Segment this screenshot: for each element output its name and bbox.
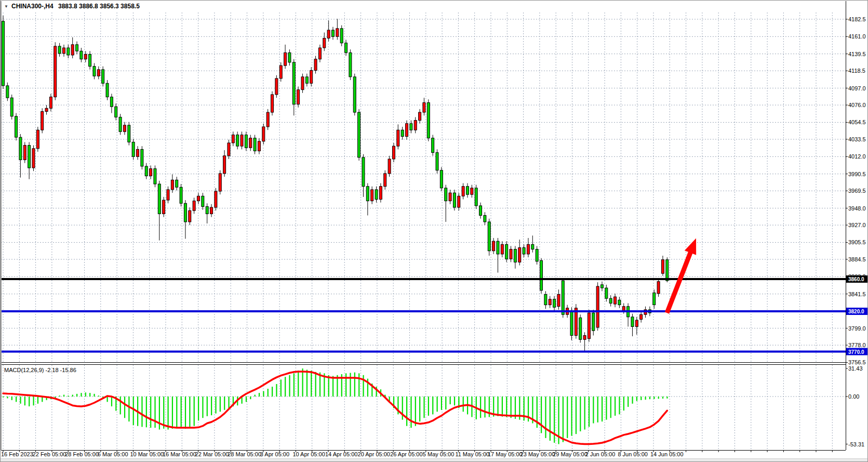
candle-body-bear — [488, 222, 490, 251]
macd-histogram-bar — [181, 397, 182, 428]
macd-histogram-bar — [141, 397, 142, 427]
candle-body-bear — [158, 184, 161, 214]
price-tick-label: 3841.5 — [848, 291, 866, 297]
macd-histogram-bar — [419, 397, 420, 421]
candle-body-bull — [275, 78, 278, 95]
candle — [579, 314, 582, 342]
candle-body-bull — [414, 121, 417, 130]
candle-body-bull — [314, 59, 317, 71]
candle-body-bull — [193, 201, 195, 211]
price-tick-label: 4139.5 — [848, 51, 866, 57]
candle — [505, 241, 508, 262]
candle — [358, 109, 360, 161]
candle-body-bear — [523, 248, 525, 254]
macd-histogram-bar — [220, 397, 221, 412]
macd-histogram-bar — [550, 397, 551, 441]
macd-histogram-bar — [454, 397, 455, 405]
price-tick-label: 4012.0 — [848, 153, 866, 160]
candle-body-bull — [614, 297, 617, 304]
time-tick-label: 29 May 05:00 — [553, 451, 587, 457]
candle-body-bear — [609, 298, 612, 303]
macd-histogram-bar — [59, 395, 60, 397]
price-tick-label: 3884.5 — [848, 256, 866, 262]
price-line-badge: 3770.0 — [846, 348, 867, 355]
macd-histogram-bar — [358, 373, 359, 397]
time-tick-label: 26 Apr 05:00 — [390, 451, 422, 457]
candle-body-bear — [106, 83, 109, 97]
candle — [119, 114, 122, 135]
candle-body-bear — [514, 249, 516, 262]
macd-histogram-bar — [63, 395, 64, 397]
candle-body-bear — [58, 46, 61, 54]
price-line-badge: 3820.0 — [846, 308, 867, 315]
candle — [353, 74, 356, 116]
candle-body-bear — [653, 293, 656, 305]
candle-body-bear — [128, 125, 130, 142]
macd-histogram-bar — [276, 384, 277, 397]
candle-body-bull — [189, 210, 191, 222]
price-tick-label: 4076.0 — [848, 102, 866, 108]
macd-histogram-bar — [85, 392, 86, 397]
candle-body-bear — [206, 206, 208, 214]
macd-histogram-bar — [211, 397, 212, 415]
macd-histogram-bar — [202, 397, 203, 418]
candle — [36, 127, 39, 152]
macd-histogram-bar — [658, 397, 659, 399]
candle-body-bull — [258, 141, 260, 151]
symbol-dropdown-icon[interactable]: ▼ — [4, 4, 8, 9]
candle-body-bull — [223, 156, 226, 174]
trading-chart[interactable]: 4182.54161.04139.54118.54097.04076.04054… — [0, 0, 868, 462]
time-tick-label: 14 Jun 05:00 — [650, 451, 684, 457]
price-tick-label: 3778.0 — [848, 342, 866, 348]
price-line-badge: 3860.0 — [846, 275, 867, 283]
price-tick-label: 4118.5 — [848, 68, 865, 74]
candle-body-bull — [137, 149, 139, 156]
macd-tick-label: 31.43 — [848, 365, 863, 372]
candle-body-bear — [592, 313, 595, 331]
resistance-line[interactable] — [1, 278, 846, 280]
macd-histogram-bar — [298, 371, 299, 397]
candle-body-bull — [318, 48, 321, 59]
candle-body-bull — [518, 248, 521, 262]
candle-body-bear — [631, 317, 634, 327]
macd-histogram-bar — [649, 397, 650, 399]
candle-body-bear — [28, 146, 31, 168]
macd-histogram-bar — [72, 395, 73, 397]
candle-body-bull — [171, 180, 173, 190]
support-line[interactable] — [1, 310, 846, 312]
candle-body-bear — [2, 21, 5, 86]
candle-body-bear — [340, 29, 343, 43]
candle-body-bear — [666, 260, 669, 281]
macd-histogram-bar — [541, 397, 542, 433]
macd-histogram-bar — [410, 397, 411, 428]
candle-body-bull — [379, 187, 382, 200]
price-tick-label: 3756.5 — [848, 359, 866, 365]
macd-histogram-bar — [98, 395, 99, 397]
badge-label: 3770.0 — [848, 349, 864, 355]
macd-histogram-bar — [619, 397, 620, 414]
candle-body-bear — [432, 138, 434, 153]
macd-histogram-bar — [89, 393, 90, 397]
time-tick-label: 10 Mar 05:00 — [130, 451, 164, 457]
candle-body-bear — [600, 285, 603, 288]
macd-histogram-bar — [593, 397, 594, 424]
macd-histogram-bar — [627, 397, 629, 407]
candle-body-bear — [331, 30, 334, 36]
candle-body-bear — [102, 70, 104, 83]
candle — [436, 149, 438, 174]
candle-body-bear — [440, 170, 443, 188]
support-line[interactable] — [1, 351, 846, 353]
macd-histogram-bar — [293, 373, 295, 397]
candle-body-bull — [587, 313, 590, 339]
price-tick-label: 3969.5 — [848, 188, 866, 194]
candle-body-bull — [241, 135, 243, 146]
candle-body-bear — [119, 117, 122, 131]
macd-histogram-bar — [263, 391, 264, 397]
candle-body-bear — [605, 288, 608, 298]
macd-histogram-bar — [345, 373, 346, 397]
candle-body-bull — [640, 314, 643, 319]
chart-title-ohlc: 3883.8 3886.8 3856.3 3858.5 — [58, 3, 140, 10]
candle — [266, 109, 269, 130]
candle-body-bear — [410, 124, 412, 130]
macd-histogram-bar — [571, 397, 572, 436]
